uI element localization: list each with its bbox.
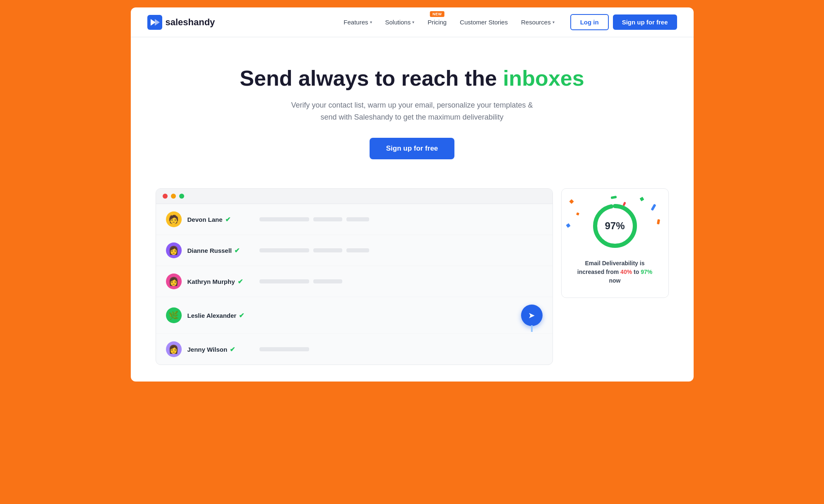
check-icon: ✔ [230,346,235,353]
nav-item-features[interactable]: Features ▾ [338,15,377,29]
confetti-piece [569,199,574,204]
hero-subtitle: Verify your contact list, warm up your e… [288,99,536,123]
meta-bar [313,279,342,283]
confetti-piece [651,204,656,211]
confetti-piece [640,197,644,202]
nav-link-features[interactable]: Features ▾ [338,15,377,29]
contact-name: Dianne Russell ✔ [187,247,254,254]
stats-card: 97% Email Deliverability is increased fr… [561,188,669,298]
stats-from-value: 40% [620,269,632,275]
contact-meta [259,248,543,252]
browser-bar [156,189,553,204]
nav-link-solutions[interactable]: Solutions ▾ [380,15,420,29]
nav-link-resources[interactable]: Resources ▾ [515,15,560,29]
meta-bar [346,248,369,252]
meta-bar [346,217,369,221]
avatar: 👩 [166,242,182,258]
nav-link-customer-stories[interactable]: Customer Stories [454,15,514,29]
login-button[interactable]: Log in [570,14,609,30]
logo-link[interactable]: saleshandy [147,15,215,30]
avatar: 👩 [166,341,182,357]
nav-buttons: Log in Sign up for free [570,14,677,30]
contact-name: Leslie Alexander ✔ [187,312,254,319]
stats-description: Email Deliverability is increased from 4… [572,259,658,285]
check-icon: ✔ [238,278,243,286]
meta-bar [313,248,342,252]
nav-link-pricing[interactable]: Pricing [422,15,452,29]
nav-item-solutions[interactable]: Solutions ▾ [380,15,420,29]
table-row: 👩 Jenny Wilson ✔ [156,334,553,365]
check-icon: ✔ [225,216,231,223]
meta-bar [259,347,309,351]
new-badge: NEW [430,11,444,17]
meta-bar [313,217,342,221]
chevron-down-icon: ▾ [412,20,414,24]
confetti-piece [611,195,617,199]
contact-meta [259,347,543,351]
contact-meta [259,217,543,221]
chevron-down-icon: ▾ [553,20,555,24]
hero-title-highlight: inboxes [503,66,584,90]
signup-hero-button[interactable]: Sign up for free [370,138,455,159]
check-icon: ✔ [234,247,240,254]
confetti-piece [657,219,660,225]
meta-bar [259,248,309,252]
nav-item-resources[interactable]: Resources ▾ [515,15,560,29]
meta-bar [259,217,309,221]
contact-name: Jenny Wilson ✔ [187,346,254,353]
main-container: saleshandy Features ▾ Solutions ▾ NEW Pr… [131,7,694,382]
meta-bar [259,279,309,283]
logo-text: saleshandy [166,17,215,28]
donut-chart: 97% [590,201,640,251]
contact-name: Devon Lane ✔ [187,216,254,223]
hero-title: Send always to reach the inboxes [147,66,677,91]
table-row: 🌿 Leslie Alexander ✔ ➤ [156,297,553,334]
donut-label: 97% [605,220,625,232]
demo-area: 🧑 Devon Lane ✔ 👩 Dianne Russell [131,180,694,382]
contact-name: Kathryn Murphy ✔ [187,278,254,286]
stats-to-value: 97% [641,269,652,275]
dot-yellow [171,194,176,199]
table-row: 👩 Kathryn Murphy ✔ [156,266,553,297]
send-button[interactable]: ➤ [521,305,543,326]
browser-mockup: 🧑 Devon Lane ✔ 👩 Dianne Russell [156,188,553,365]
check-icon: ✔ [239,312,244,319]
signup-nav-button[interactable]: Sign up for free [613,14,677,30]
nav-item-pricing[interactable]: NEW Pricing [422,15,452,29]
navbar: saleshandy Features ▾ Solutions ▾ NEW Pr… [131,7,694,37]
contact-list: 🧑 Devon Lane ✔ 👩 Dianne Russell [156,204,553,365]
confetti-piece [576,212,579,216]
logo-icon [147,15,162,30]
dot-red [163,194,168,199]
chevron-down-icon: ▾ [370,20,372,24]
contact-meta [259,279,543,283]
confetti-piece [566,223,571,228]
contact-meta: ➤ [259,305,543,326]
avatar: 👩 [166,274,182,289]
dot-green [179,194,184,199]
avatar: 🧑 [166,211,182,227]
hero-section: Send always to reach the inboxes Verify … [131,37,694,180]
table-row: 👩 Dianne Russell ✔ [156,235,553,266]
send-icon: ➤ [528,310,535,320]
nav-item-customer-stories[interactable]: Customer Stories [454,15,514,29]
avatar: 🌿 [166,307,182,323]
table-row: 🧑 Devon Lane ✔ [156,204,553,235]
nav-links: Features ▾ Solutions ▾ NEW Pricing Custo… [338,15,560,29]
